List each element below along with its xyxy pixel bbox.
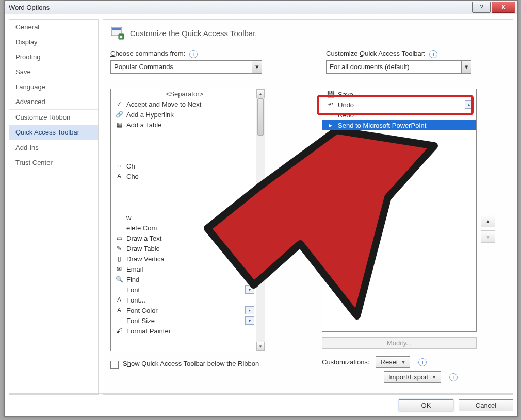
show-qat-below-ribbon-checkbox[interactable]: Show Quick Access Toolbar below the Ribb… bbox=[110, 360, 265, 369]
command-item[interactable]: w bbox=[111, 212, 256, 223]
command-label: Draw a Text bbox=[126, 234, 161, 242]
command-item[interactable]: 🔗Add a Hyperlink bbox=[111, 109, 256, 120]
toolbar-item-label: Undo bbox=[338, 101, 354, 109]
customize-qat-label: Customize Quick Access Toolbar: i bbox=[326, 49, 471, 58]
move-down-button[interactable]: ▼ bbox=[481, 230, 495, 243]
command-item[interactable]: ▦Add a Table bbox=[111, 120, 256, 130]
toolbar-item[interactable]: 💾Save bbox=[322, 89, 476, 99]
command-item[interactable]: 🖌Format Painter bbox=[111, 326, 256, 336]
command-item[interactable]: ▯Draw Vertica bbox=[111, 254, 256, 264]
command-item[interactable]: Font▾ bbox=[111, 284, 256, 295]
toolbar-item[interactable]: ▸Send to Microsoft PowerPoint bbox=[322, 120, 476, 130]
sidebar-item-trust-center[interactable]: Trust Center bbox=[9, 155, 98, 170]
headline-text: Customize the Quick Access Toolbar. bbox=[130, 29, 257, 38]
import-export-dropdown[interactable]: Import/Export▼ bbox=[384, 371, 441, 383]
command-item[interactable]: ✉Email bbox=[111, 264, 256, 274]
ok-button[interactable]: OK bbox=[399, 399, 453, 411]
command-item[interactable]: elete Com bbox=[111, 223, 256, 233]
command-label: Draw Vertica bbox=[126, 255, 165, 263]
command-icon: A bbox=[115, 296, 123, 304]
titlebar: Word Options ? X bbox=[5, 1, 517, 14]
command-item[interactable]: <Separator> bbox=[111, 89, 256, 99]
command-item[interactable]: Font Size▾ bbox=[111, 315, 256, 326]
info-icon[interactable]: i bbox=[189, 50, 198, 58]
choose-commands-dropdown[interactable]: Popular Commands ▾ bbox=[110, 60, 262, 74]
command-icon: 🔍 bbox=[115, 275, 123, 283]
scrollbar[interactable]: ▲ ▼ bbox=[256, 89, 265, 351]
sidebar-item-general[interactable]: General bbox=[9, 20, 98, 35]
choose-commands-label: Choose commands from: i bbox=[110, 49, 262, 58]
command-item[interactable] bbox=[111, 192, 256, 202]
command-item[interactable] bbox=[111, 140, 256, 150]
sidebar-item-add-ins[interactable]: Add-Ins bbox=[9, 140, 98, 155]
info-icon[interactable]: i bbox=[449, 373, 458, 381]
sidebar-item-quick-access-toolbar[interactable]: Quick Access Toolbar bbox=[9, 125, 98, 140]
sidebar-item-advanced[interactable]: Advanced bbox=[9, 94, 98, 109]
command-label: Find bbox=[126, 276, 139, 283]
command-label: Ch bbox=[126, 162, 135, 170]
customizations-label: Customizations: bbox=[322, 358, 369, 366]
mini-dropdown-icon: ▾ bbox=[245, 285, 254, 294]
command-item[interactable]: ↔Ch bbox=[111, 161, 256, 171]
sidebar-item-save[interactable]: Save bbox=[9, 64, 98, 79]
command-item[interactable] bbox=[111, 150, 256, 161]
command-label: Font... bbox=[126, 296, 145, 304]
dropdown-arrow-icon: ▾ bbox=[461, 61, 471, 73]
sidebar-item-display[interactable]: Display bbox=[9, 35, 98, 49]
move-up-button[interactable]: ▲ bbox=[481, 215, 495, 227]
command-item[interactable] bbox=[111, 202, 256, 212]
options-category-list: General Display Proofing Save Language A… bbox=[9, 19, 99, 395]
available-commands-list[interactable]: <Separator>✓Accept and Move to Next🔗Add … bbox=[110, 89, 265, 351]
toolbar-item[interactable]: ↷Redo bbox=[322, 110, 476, 120]
toolbar-item[interactable]: ↶Undo▸ bbox=[322, 99, 476, 110]
info-icon[interactable]: i bbox=[429, 50, 437, 58]
sidebar-item-language[interactable]: Language bbox=[9, 79, 98, 94]
command-icon bbox=[115, 203, 123, 211]
command-item[interactable]: ACho bbox=[111, 171, 256, 181]
command-label: w bbox=[126, 214, 131, 222]
add-button[interactable]: Add >> bbox=[268, 215, 319, 227]
transfer-buttons: Add >> << Remove bbox=[265, 89, 322, 243]
sidebar-item-customize-ribbon[interactable]: Customize Ribbon bbox=[9, 109, 98, 125]
sidebar-item-proofing[interactable]: Proofing bbox=[9, 49, 98, 64]
mini-dropdown-icon: ▸ bbox=[245, 306, 254, 314]
reset-dropdown[interactable]: Reset▼ bbox=[376, 356, 410, 368]
modify-button[interactable]: Modify... bbox=[322, 337, 477, 349]
command-item[interactable] bbox=[111, 130, 256, 140]
scroll-up-icon[interactable]: ▲ bbox=[256, 89, 265, 98]
toolbar-item-label: Send to Microsoft PowerPoint bbox=[338, 122, 426, 129]
toolbar-item-icon: ▸ bbox=[327, 121, 335, 129]
mini-dropdown-icon: ▾ bbox=[245, 316, 254, 325]
command-item[interactable]: AFont Color▸ bbox=[111, 305, 256, 315]
command-icon: ▦ bbox=[115, 121, 123, 129]
command-item[interactable]: 🔍Find bbox=[111, 274, 256, 284]
scroll-down-icon[interactable]: ▼ bbox=[256, 342, 265, 351]
info-icon[interactable]: i bbox=[418, 358, 427, 366]
remove-button[interactable]: << Remove bbox=[268, 231, 319, 243]
command-item[interactable]: ✎Draw Table bbox=[111, 243, 256, 254]
toolbar-item-label: Redo bbox=[338, 111, 354, 119]
command-icon bbox=[115, 285, 123, 294]
command-icon bbox=[115, 224, 123, 232]
command-item[interactable]: AFont... bbox=[111, 295, 256, 305]
command-item[interactable]: ✓Accept and Move to Next bbox=[111, 99, 256, 109]
svg-rect-3 bbox=[120, 36, 122, 38]
close-button[interactable]: X bbox=[492, 2, 515, 13]
command-label: Draw Table bbox=[126, 245, 160, 253]
close-icon: X bbox=[501, 4, 506, 11]
command-item[interactable] bbox=[111, 181, 256, 192]
customize-for-dropdown[interactable]: For all documents (default) ▾ bbox=[326, 60, 471, 74]
command-label: Format Painter bbox=[126, 327, 171, 335]
dialog-button-bar: OK Cancel bbox=[9, 393, 513, 413]
current-toolbar-list[interactable]: 💾Save↶Undo▸↷Redo▸Send to Microsoft Power… bbox=[322, 89, 477, 332]
mini-dropdown-icon: ▸ bbox=[465, 100, 474, 109]
command-icon: ▭ bbox=[115, 234, 123, 242]
toolbar-item-icon: ↷ bbox=[327, 111, 335, 119]
command-icon bbox=[115, 131, 123, 139]
command-item[interactable]: ▭Draw a Text bbox=[111, 233, 256, 243]
window-title: Word Options bbox=[9, 4, 471, 11]
help-button[interactable]: ? bbox=[472, 2, 491, 13]
scroll-thumb[interactable] bbox=[257, 98, 264, 136]
cancel-button[interactable]: Cancel bbox=[459, 399, 513, 411]
command-label: Cho bbox=[126, 173, 139, 180]
